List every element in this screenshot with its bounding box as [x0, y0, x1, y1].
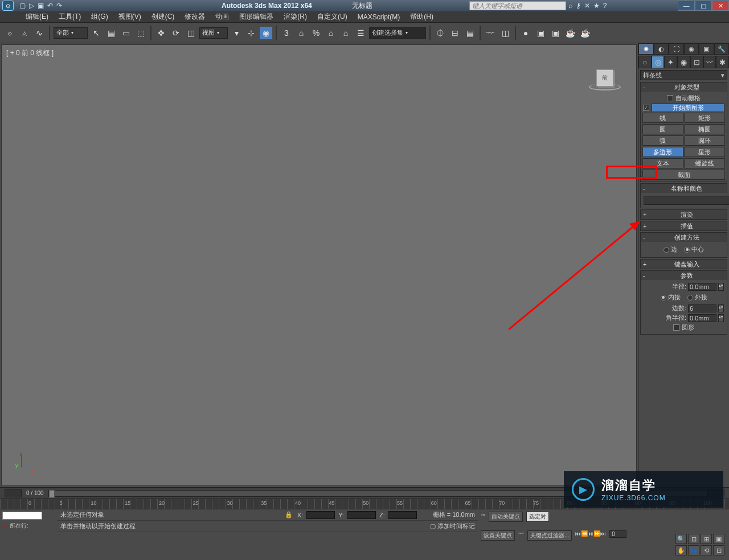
menu-tools[interactable]: 工具(T) — [59, 12, 81, 22]
wrench-icon[interactable]: ✕ — [584, 2, 590, 10]
material-icon[interactable]: ● — [519, 27, 532, 39]
selset-lock[interactable]: 选定对 — [526, 512, 549, 522]
rotate-icon[interactable]: ⟳ — [170, 27, 182, 39]
ngon-button[interactable]: 多边形 — [642, 147, 683, 157]
tab-motion[interactable]: ◉ — [684, 43, 699, 55]
object-name-input[interactable] — [644, 196, 729, 205]
new-icon[interactable]: ▢ — [19, 2, 26, 10]
frame-spinner[interactable]: 0 — [609, 530, 626, 538]
edge-radio[interactable] — [664, 247, 669, 253]
mirror-icon[interactable]: ⏀ — [434, 27, 447, 39]
render-iter-icon[interactable]: ☕ — [579, 27, 591, 39]
startnew-checkbox[interactable]: ✓ — [643, 105, 649, 111]
schematic-icon[interactable]: ◫ — [499, 27, 511, 39]
binoculars-icon[interactable]: ⌕ — [568, 2, 572, 10]
maximize-button[interactable]: ▢ — [695, 1, 712, 11]
spinner-snap-icon[interactable]: ⌂ — [325, 27, 337, 39]
manip-icon[interactable]: ⊹ — [245, 27, 257, 39]
layers-icon[interactable]: ▤ — [464, 27, 476, 39]
minimize-button[interactable]: — — [678, 1, 695, 11]
window-cross-icon[interactable]: ⬚ — [134, 27, 147, 39]
pan-icon[interactable]: ✋ — [675, 545, 687, 555]
refcoord-dropdown[interactable]: 视图 — [199, 27, 228, 39]
menu-create[interactable]: 创建(C) — [151, 12, 175, 22]
fov-icon[interactable]: ▣ — [713, 534, 724, 544]
center-radio[interactable] — [684, 247, 690, 253]
corner-spinner[interactable]: 0.0mm — [688, 314, 716, 322]
cat-spacewarps[interactable]: 〰 — [703, 56, 716, 68]
app-icon[interactable]: ⊙ — [2, 1, 14, 11]
circle-button[interactable]: 圆 — [642, 124, 683, 134]
circum-radio[interactable] — [687, 295, 693, 300]
autokey-button[interactable]: 自动关键点 — [489, 512, 523, 522]
percent-snap-icon[interactable]: % — [310, 27, 322, 39]
menu-maxscript[interactable]: MAXScript(M) — [358, 13, 400, 21]
tab-create[interactable]: ✺ — [638, 43, 654, 55]
section-button[interactable]: 截面 — [642, 170, 725, 180]
walk-icon[interactable]: 👣 — [688, 545, 699, 555]
axis-icon[interactable]: ⌂ — [339, 27, 352, 39]
menu-graph[interactable]: 图形编辑器 — [239, 12, 273, 22]
undo-icon[interactable]: ↶ — [47, 2, 53, 10]
cat-helpers[interactable]: ⊡ — [690, 56, 703, 68]
donut-button[interactable]: 圆环 — [685, 135, 726, 146]
autogrid-checkbox[interactable] — [667, 95, 673, 101]
arc-button[interactable]: 弧 — [642, 135, 683, 146]
menu-help[interactable]: 帮助(H) — [410, 12, 433, 22]
menu-view[interactable]: 视图(V) — [118, 12, 141, 22]
tab-utilities[interactable]: 🔧 — [714, 43, 730, 55]
y-field[interactable] — [347, 511, 376, 519]
link-icon[interactable]: ⟐ — [3, 27, 16, 39]
cat-cameras[interactable]: ◉ — [677, 56, 690, 68]
select-rect-icon[interactable]: ▭ — [120, 27, 132, 39]
align-icon[interactable]: ⊟ — [449, 27, 461, 39]
rectangle-button[interactable]: 矩形 — [685, 113, 726, 123]
save-icon[interactable]: ▣ — [38, 2, 44, 10]
x-field[interactable] — [306, 511, 335, 519]
ellipse-button[interactable]: 椭圆 — [685, 124, 726, 134]
pivot-icon[interactable]: ▾ — [230, 27, 243, 39]
menu-group[interactable]: 组(G) — [91, 12, 108, 22]
search-input[interactable] — [469, 1, 566, 10]
circular-checkbox[interactable] — [673, 324, 679, 331]
start-new-shape-button[interactable]: 开始新图形 — [652, 104, 724, 112]
snap-toggle-icon[interactable]: ◉ — [260, 27, 272, 39]
key-icon[interactable]: ⚷ — [576, 2, 581, 10]
bind-icon[interactable]: ∿ — [33, 27, 46, 39]
rendered-frame-icon[interactable]: ▣ — [549, 27, 562, 39]
star-icon[interactable]: ★ — [593, 2, 600, 10]
maxtoggle-icon[interactable]: ⊡ — [713, 545, 724, 555]
cat-shapes[interactable]: ◎ — [652, 56, 665, 68]
cat-lights[interactable]: ✦ — [664, 56, 677, 68]
helix-button[interactable]: 螺旋线 — [685, 158, 726, 168]
angle-snap-icon[interactable]: ⌂ — [295, 27, 308, 39]
selset-dropdown[interactable]: 创建选择集 — [369, 27, 426, 39]
select-icon[interactable]: ↖ — [90, 27, 103, 39]
setkey-button[interactable]: 设置关键点 — [481, 530, 515, 541]
select-name-icon[interactable]: ▤ — [105, 27, 117, 39]
help-icon[interactable]: ? — [603, 2, 607, 10]
inscribed-radio[interactable] — [661, 295, 666, 300]
menu-modifiers[interactable]: 修改器 — [185, 12, 205, 22]
star-button[interactable]: 星形 — [685, 147, 726, 157]
zoom-icon[interactable]: 🔍 — [675, 534, 687, 544]
curve-editor-icon[interactable]: 〰 — [484, 27, 497, 39]
scale-icon[interactable]: ◫ — [185, 27, 197, 39]
line-button[interactable]: 线 — [642, 113, 683, 123]
move-icon[interactable]: ✥ — [155, 27, 167, 39]
sides-spinner[interactable]: 6 — [688, 304, 716, 312]
tab-modify[interactable]: ◐ — [654, 43, 669, 55]
text-button[interactable]: 文本 — [642, 158, 683, 168]
snap3-icon[interactable]: 3 — [280, 27, 293, 39]
menu-animation[interactable]: 动画 — [215, 12, 229, 22]
viewport-label[interactable]: [ + 0 前 0 线框 ] — [6, 48, 54, 58]
render-prod-icon[interactable]: ☕ — [564, 27, 576, 39]
redo-icon[interactable]: ↷ — [56, 2, 62, 10]
cat-geometry[interactable]: ○ — [638, 56, 652, 68]
menu-render[interactable]: 渲染(R) — [284, 12, 307, 22]
viewcube[interactable]: 前 — [591, 68, 619, 88]
zoom-extents-icon[interactable]: ⊞ — [701, 534, 712, 544]
radius-spinner[interactable]: 0.0mm — [688, 283, 716, 291]
zoom-all-icon[interactable]: ⊡ — [688, 534, 699, 544]
tab-hierarchy[interactable]: ⛶ — [669, 43, 684, 55]
